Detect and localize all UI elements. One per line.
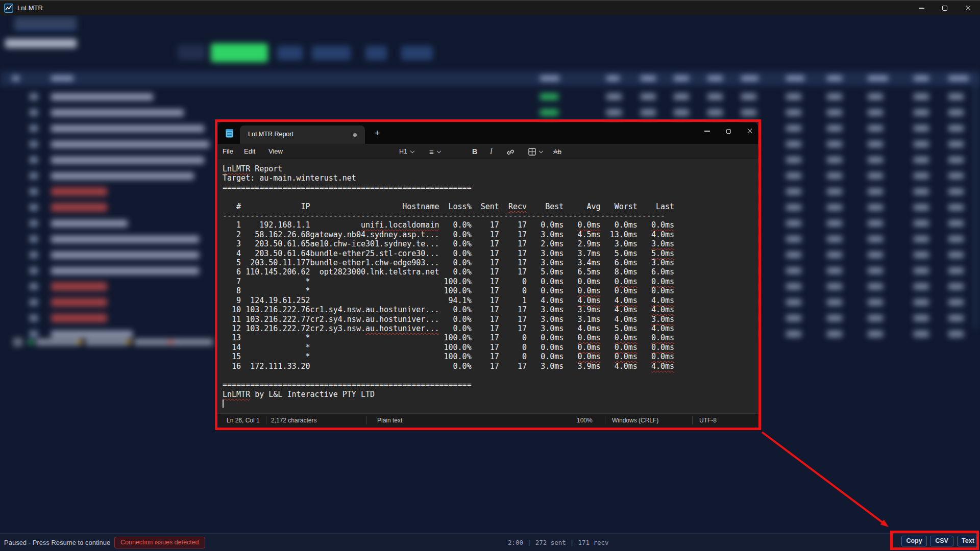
background-cell-value (914, 236, 929, 242)
report-line: Target: au-main.winterust.net (223, 173, 674, 183)
pause-status-text: Paused - Press Resume to continue (4, 534, 110, 551)
zoom-level[interactable]: 100% (577, 414, 593, 427)
background-button (211, 43, 268, 62)
background-cell-value (948, 331, 964, 337)
background-cell-value (827, 331, 842, 337)
background-row-number (30, 315, 38, 321)
background-cell-value (868, 141, 883, 147)
background-cell-value (948, 204, 964, 211)
background-header-cell (707, 76, 723, 81)
background-cell-value (948, 315, 964, 321)
background-cell-value (868, 125, 883, 132)
report-line: 13 * 100.0% 17 0 0.0ms 0.0ms 0.0ms 0.0ms (223, 333, 674, 342)
background-host-name (51, 172, 194, 180)
text-editor[interactable]: LnLMTR ReportTarget: au-main.winterust.n… (218, 159, 758, 413)
report-line: 6 110.145.206.62 opt2823000.lnk.telstra.… (223, 267, 674, 277)
recv-count: 171 recv (578, 539, 608, 546)
background-cell-value (606, 93, 622, 100)
background-cell-value (914, 93, 929, 100)
background-cell-value (707, 93, 723, 100)
background-cell-value (868, 93, 883, 100)
background-host-name (51, 141, 209, 148)
background-page-title (5, 39, 77, 48)
background-header-cell (12, 76, 19, 81)
notepad-tab[interactable]: LnLMTR Report (240, 126, 365, 144)
background-cell-value (827, 141, 842, 147)
background-cell-value (786, 188, 801, 195)
report-line: ----------------------------------------… (223, 211, 674, 220)
background-cell-value (948, 252, 964, 258)
background-cell-value (641, 109, 656, 116)
background-cell-value (827, 157, 842, 163)
italic-button[interactable]: I (490, 144, 493, 159)
report-line: 12 103.216.222.72cr2.sy3.nsw.au.hostuniv… (223, 324, 674, 333)
csv-button[interactable]: CSV (930, 536, 953, 546)
notepad-tab-label: LnLMTR Report (248, 131, 293, 138)
background-cell-value (868, 267, 883, 274)
background-cell-value (786, 204, 801, 211)
line-ending[interactable]: Windows (CRLF) (612, 414, 658, 427)
background-cell-value (674, 109, 689, 116)
app-close-button[interactable] (957, 1, 980, 16)
background-row-number (30, 109, 38, 116)
report-line: LnLMTR by L&L Interactive PTY LTD (223, 390, 674, 399)
background-header-cell (827, 76, 842, 81)
app-maximize-button[interactable] (933, 1, 957, 16)
background-button (277, 46, 303, 60)
text-button[interactable]: Text (957, 536, 979, 546)
notepad-maximize-button[interactable] (719, 122, 738, 140)
menu-view[interactable]: View (266, 144, 285, 159)
background-scrollbar (974, 74, 977, 329)
report-line: 4 203.50.61.64bundle-ether25.stl-core30.… (223, 249, 674, 258)
background-cell-value (741, 109, 756, 116)
unsaved-indicator-dot (353, 133, 357, 137)
notepad-window: LnLMTR Report + File Edit View H1 ≡ B I (218, 122, 758, 427)
background-cell-value (786, 109, 801, 116)
stats-separator: | (566, 539, 578, 546)
background-header-cell (948, 76, 969, 81)
chevron-down-icon (539, 148, 543, 153)
menu-file[interactable]: File (220, 144, 235, 159)
background-row-number (30, 204, 38, 211)
cursor-position[interactable]: Ln 26, Col 1 (227, 414, 260, 427)
background-button (365, 46, 387, 60)
menu-edit[interactable]: Edit (242, 144, 257, 159)
background-cell-value (827, 188, 842, 195)
encoding[interactable]: UTF-8 (699, 414, 717, 427)
background-cell-value (914, 204, 929, 211)
clear-formatting-button[interactable]: Ab (553, 144, 561, 159)
notepad-titlebar[interactable]: LnLMTR Report + (218, 122, 758, 144)
background-cell-value (786, 252, 801, 258)
notepad-close-button[interactable] (740, 122, 758, 140)
notepad-minimize-button[interactable] (697, 122, 717, 140)
app-minimize-button[interactable] (910, 1, 933, 16)
background-cell-value (868, 157, 883, 163)
notepad-statusbar: Ln 26, Col 1 2,172 characters Plain text… (218, 413, 758, 427)
background-row-number (30, 157, 38, 163)
new-tab-button[interactable]: + (369, 126, 385, 142)
stats-separator: | (523, 539, 535, 546)
sent-count: 272 sent (535, 539, 566, 546)
app-title: LnLMTR (17, 4, 43, 12)
background-header-cell (741, 76, 758, 81)
copy-button[interactable]: Copy (901, 536, 927, 546)
bold-button[interactable]: B (472, 144, 477, 159)
background-status-chip-label (36, 339, 80, 345)
background-header-cell (51, 76, 74, 81)
background-cell-value (914, 267, 929, 274)
background-row-number (30, 299, 38, 306)
table-dropdown[interactable] (528, 144, 543, 159)
background-cell-value (914, 157, 929, 163)
link-button[interactable] (506, 144, 514, 159)
notepad-icon (226, 129, 233, 138)
background-cell-value (868, 204, 883, 211)
background-host-name (51, 93, 153, 101)
background-header-cell (641, 76, 656, 81)
background-cell-value (741, 93, 756, 100)
background-cell-value (827, 283, 842, 290)
report-text: LnLMTR ReportTarget: au-main.winterust.n… (223, 164, 674, 409)
background-status-chip-label (176, 339, 213, 345)
list-dropdown[interactable]: ≡ (429, 144, 440, 159)
heading-style-dropdown[interactable]: H1 (399, 144, 414, 159)
app-logo-icon (4, 4, 13, 13)
